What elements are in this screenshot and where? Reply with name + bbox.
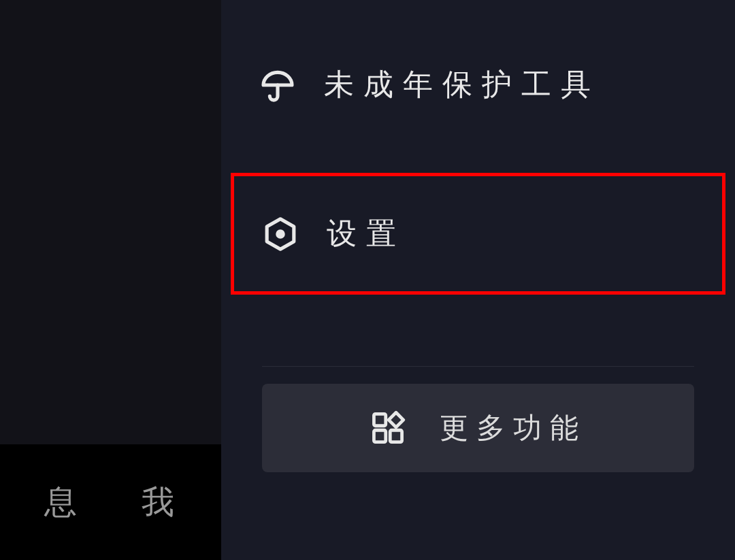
svg-marker-5 bbox=[389, 412, 404, 427]
divider bbox=[262, 366, 694, 367]
menu-settings-label: 设置 bbox=[327, 214, 406, 254]
main-panel: 未成年保护工具 设置 更多功能 bbox=[221, 0, 735, 560]
svg-rect-4 bbox=[390, 430, 402, 442]
svg-rect-3 bbox=[374, 430, 385, 442]
umbrella-icon bbox=[259, 66, 297, 104]
menu-minor-protection[interactable]: 未成年保护工具 bbox=[221, 37, 735, 132]
sidebar: 息 我 bbox=[0, 0, 221, 560]
settings-icon bbox=[261, 215, 299, 253]
menu-settings[interactable]: 设置 bbox=[231, 173, 725, 295]
menu-minor-protection-label: 未成年保护工具 bbox=[324, 65, 600, 105]
more-functions-label: 更多功能 bbox=[440, 409, 587, 447]
svg-rect-2 bbox=[374, 414, 385, 425]
svg-point-1 bbox=[278, 231, 283, 236]
grid-icon bbox=[370, 410, 406, 446]
more-functions-button[interactable]: 更多功能 bbox=[262, 384, 694, 472]
bottom-nav: 息 我 bbox=[0, 444, 221, 560]
nav-messages[interactable]: 息 bbox=[44, 480, 80, 524]
nav-me[interactable]: 我 bbox=[142, 480, 177, 524]
